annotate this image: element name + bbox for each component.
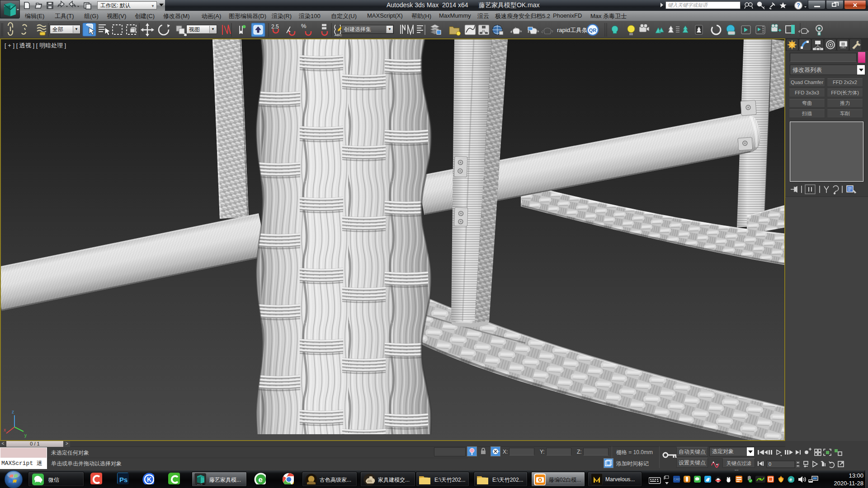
svg-text:0: 0 <box>769 461 771 467</box>
svg-text:Ps: Ps <box>119 476 127 483</box>
svg-text:K: K <box>147 476 151 483</box>
svg-text:?: ? <box>797 2 800 9</box>
svg-text:2.5: 2.5 <box>271 23 279 30</box>
svg-text:%: % <box>301 23 307 29</box>
svg-text:y: y <box>24 433 27 438</box>
svg-text:e: e <box>789 477 792 482</box>
svg-text:z: z <box>12 409 14 414</box>
svg-text:rapid工具条: rapid工具条 <box>557 27 588 33</box>
svg-text:MAX: MAX <box>197 483 203 485</box>
svg-text:x: x <box>4 427 6 432</box>
svg-text:QR: QR <box>589 28 597 33</box>
svg-text:e: e <box>259 475 263 484</box>
